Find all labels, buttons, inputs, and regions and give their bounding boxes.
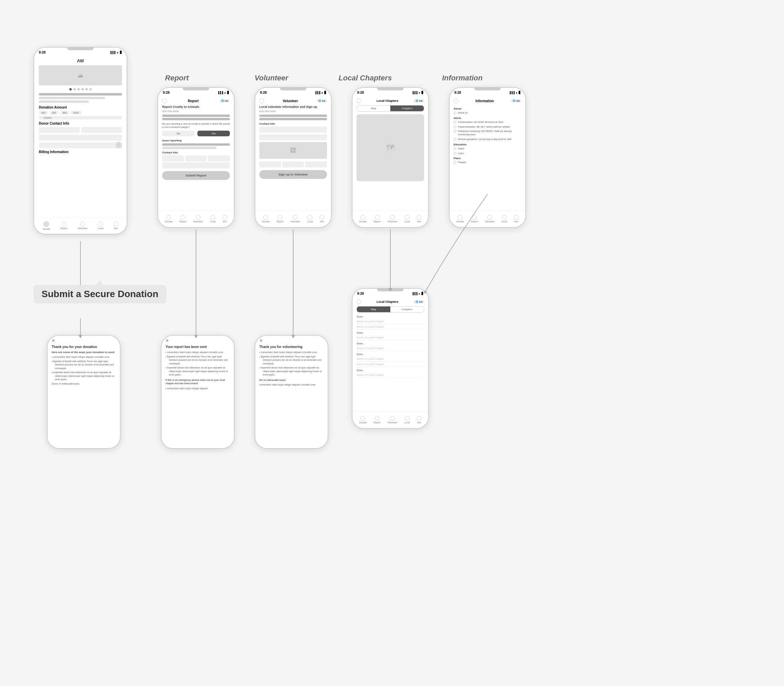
email-field[interactable] — [39, 135, 122, 141]
info-en-badge[interactable]: 🌐 EN — [511, 99, 521, 103]
local-nav-icon — [98, 222, 103, 227]
nav-r2[interactable]: Report — [179, 215, 186, 223]
yes-btn[interactable]: Yes — [198, 131, 230, 136]
dot-6[interactable] — [90, 88, 92, 90]
nav-i2[interactable]: Info — [222, 215, 227, 223]
amount-options[interactable]: $10 $25 $50 $100 — [39, 111, 122, 114]
vol-field-1[interactable] — [259, 127, 327, 132]
modal-donate-close[interactable]: ✕ — [52, 338, 116, 343]
nav-l3[interactable]: Local — [307, 215, 313, 223]
vol-row-2 — [259, 162, 327, 168]
nav-l2[interactable]: Local — [210, 215, 216, 223]
chapter-2-1[interactable]: Name of Local Chapter — [356, 335, 424, 340]
nav-v3[interactable]: Volunteer — [291, 215, 301, 223]
nav-donate[interactable]: Donate — [42, 221, 50, 230]
no-btn[interactable]: No — [162, 131, 194, 136]
nav-r6[interactable]: Report — [374, 416, 381, 424]
dot-3[interactable] — [77, 88, 80, 90]
modal-report-bullet-1: • consectetur diam turpis integer aliqua… — [165, 351, 230, 354]
nav-i4[interactable]: Info — [417, 215, 421, 223]
vol-sub-field-1[interactable] — [259, 162, 281, 168]
report-phone: 000-000-0000 — [162, 110, 230, 113]
modal-volunteer-close[interactable]: ✕ — [259, 338, 323, 343]
phone-field[interactable] — [39, 142, 122, 149]
report-field-full[interactable] — [162, 162, 230, 168]
report-field-3[interactable] — [208, 155, 230, 162]
nav-d2[interactable]: Donate — [165, 215, 173, 223]
alert-2[interactable]: Partial Activation: BE SET. Select staff… — [454, 125, 521, 129]
local-b-back-icon[interactable] — [356, 299, 361, 304]
chapter-1-1[interactable]: Name of Local Chapter — [356, 319, 424, 324]
chapter-3-1[interactable]: Name of Local Chapter — [356, 346, 424, 351]
nav-report[interactable]: Report — [60, 222, 67, 229]
nav-v6[interactable]: Volunteer — [388, 416, 398, 424]
info-back-icon[interactable] — [454, 98, 458, 103]
nav-local[interactable]: Local — [98, 222, 103, 229]
about-us-item[interactable]: About Us — [454, 111, 521, 114]
amount-custom[interactable]: Custom — [39, 116, 122, 119]
last-name-field[interactable] — [82, 127, 122, 133]
carousel-dots — [39, 88, 122, 90]
nav-d5[interactable]: Donate — [456, 215, 464, 223]
chapter-1-2[interactable]: Name of Local Chapter — [356, 324, 424, 330]
nav-i5[interactable]: Info — [514, 215, 519, 223]
nav-i3[interactable]: Info — [320, 215, 324, 223]
vol-en-badge[interactable]: 🌐 EN — [317, 99, 327, 103]
alert-1[interactable]: Full Activation: GO NOW. All hands on de… — [454, 121, 521, 124]
nav-i6[interactable]: Info — [417, 416, 421, 424]
vol-form-title: Local volunteer Information and Sign up — [259, 105, 327, 109]
nav-v4[interactable]: Volunteer — [388, 215, 398, 223]
local-back-icon[interactable] — [356, 98, 361, 103]
tab-b-map[interactable]: Map — [357, 307, 390, 312]
first-name-field[interactable] — [39, 127, 79, 133]
report-en-badge[interactable]: 🌐 EN — [219, 99, 230, 103]
dot-5[interactable] — [85, 88, 88, 90]
nav-d4[interactable]: Donate — [359, 215, 367, 223]
image-icon: ⛰ — [77, 72, 83, 79]
nav-d3[interactable]: Donate — [262, 215, 270, 223]
nav-r5[interactable]: Report — [471, 215, 478, 223]
alert-3[interactable]: Enhanced monitoring: BE READY. Staff are… — [454, 130, 521, 136]
report-back-icon[interactable] — [162, 98, 167, 103]
modal-report-close[interactable]: ✕ — [165, 338, 230, 343]
dot-1[interactable] — [69, 88, 72, 90]
nav-v2[interactable]: Volunteer — [193, 215, 203, 223]
tab-map[interactable]: Map — [357, 106, 390, 111]
report-field-1[interactable] — [162, 155, 184, 162]
local-en-badge[interactable]: 🌐 EN — [414, 99, 424, 103]
vol-field-2[interactable] — [259, 134, 327, 140]
teach-item[interactable]: Teach — [454, 147, 521, 150]
chapter-4-1[interactable]: Name of Local Chapter — [356, 356, 424, 362]
nav-r3[interactable]: Report — [276, 215, 283, 223]
nav-l4[interactable]: Local — [404, 215, 410, 223]
nav-r4[interactable]: Report — [374, 215, 381, 223]
amount-100[interactable]: $100 — [71, 111, 82, 114]
nav-info[interactable]: Info — [114, 222, 118, 229]
amount-50[interactable]: $50 — [60, 111, 69, 114]
submit-report-btn[interactable]: Submit Report — [162, 171, 230, 180]
alert-4[interactable]: Normal operations: normal day-to-day lev… — [454, 138, 521, 141]
nav-d6[interactable]: Donate — [359, 416, 367, 424]
nav-l6[interactable]: Local — [404, 416, 410, 424]
nav-v5[interactable]: Volunteer — [485, 215, 495, 223]
amount-10[interactable]: $10 — [39, 111, 48, 114]
sign-up-volunteer-btn[interactable]: Sign up to Volunteer — [259, 170, 327, 179]
local-b-screen-title: Local Chapters — [377, 300, 399, 304]
local-b-en-badge[interactable]: 🌐 EN — [414, 300, 424, 304]
chapter-4-2[interactable]: Name of Local Chapter — [356, 362, 424, 367]
nav-volunteer[interactable]: Volunteer — [78, 222, 88, 229]
learn-item[interactable]: Learn — [454, 152, 521, 155]
chapter-5-1[interactable]: Name of Local Chapter — [356, 372, 424, 378]
amount-25[interactable]: $25 — [50, 111, 59, 114]
tab-chapters[interactable]: Chapters — [390, 106, 424, 111]
dot-4[interactable] — [82, 88, 84, 90]
dot-2[interactable] — [74, 88, 76, 90]
report-field-2[interactable] — [185, 155, 207, 162]
local-top-bar: Local Chapters 🌐 EN — [356, 97, 424, 105]
tab-b-chapters[interactable]: Chapters — [390, 307, 424, 312]
vol-sub-field-2[interactable] — [283, 162, 304, 168]
vol-sub-field-3[interactable] — [305, 162, 327, 168]
prepare-item[interactable]: Prepare — [454, 161, 521, 164]
nav-l5[interactable]: Local — [501, 215, 507, 223]
vol-back-icon[interactable] — [259, 98, 264, 103]
